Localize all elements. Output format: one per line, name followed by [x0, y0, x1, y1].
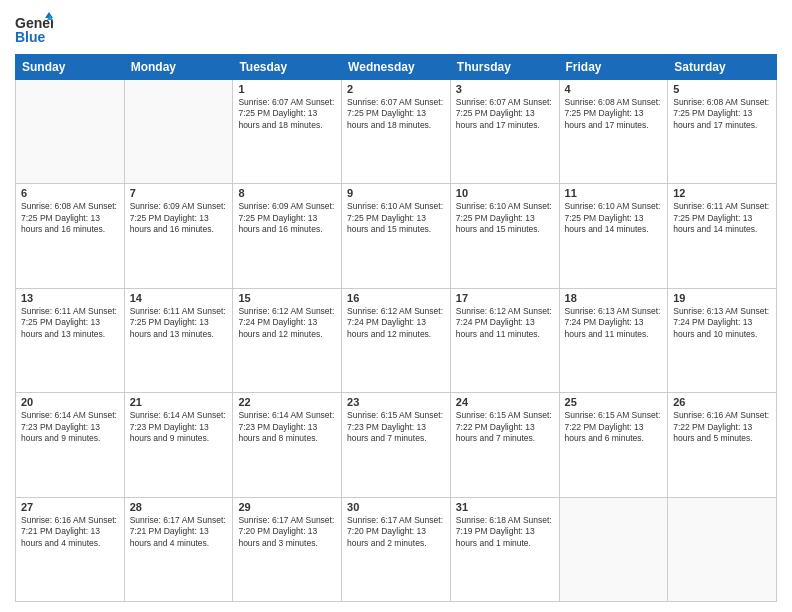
weekday-header-saturday: Saturday [668, 55, 777, 80]
calendar-cell: 16Sunrise: 6:12 AM Sunset: 7:24 PM Dayli… [342, 288, 451, 392]
day-number: 10 [456, 187, 554, 199]
svg-text:Blue: Blue [15, 29, 46, 45]
calendar-cell [559, 497, 668, 601]
day-info: Sunrise: 6:15 AM Sunset: 7:23 PM Dayligh… [347, 410, 445, 444]
calendar-cell: 13Sunrise: 6:11 AM Sunset: 7:25 PM Dayli… [16, 288, 125, 392]
weekday-header-friday: Friday [559, 55, 668, 80]
calendar-cell: 10Sunrise: 6:10 AM Sunset: 7:25 PM Dayli… [450, 184, 559, 288]
calendar-cell: 24Sunrise: 6:15 AM Sunset: 7:22 PM Dayli… [450, 393, 559, 497]
calendar-cell: 12Sunrise: 6:11 AM Sunset: 7:25 PM Dayli… [668, 184, 777, 288]
day-number: 11 [565, 187, 663, 199]
day-info: Sunrise: 6:07 AM Sunset: 7:25 PM Dayligh… [238, 97, 336, 131]
calendar-cell: 7Sunrise: 6:09 AM Sunset: 7:25 PM Daylig… [124, 184, 233, 288]
calendar-cell: 9Sunrise: 6:10 AM Sunset: 7:25 PM Daylig… [342, 184, 451, 288]
logo: General Blue [15, 10, 53, 48]
day-info: Sunrise: 6:13 AM Sunset: 7:24 PM Dayligh… [565, 306, 663, 340]
calendar-table: SundayMondayTuesdayWednesdayThursdayFrid… [15, 54, 777, 602]
day-number: 7 [130, 187, 228, 199]
day-number: 14 [130, 292, 228, 304]
calendar-cell: 3Sunrise: 6:07 AM Sunset: 7:25 PM Daylig… [450, 80, 559, 184]
header: General Blue [15, 10, 777, 48]
day-info: Sunrise: 6:09 AM Sunset: 7:25 PM Dayligh… [130, 201, 228, 235]
day-info: Sunrise: 6:13 AM Sunset: 7:24 PM Dayligh… [673, 306, 771, 340]
day-number: 21 [130, 396, 228, 408]
calendar-cell: 28Sunrise: 6:17 AM Sunset: 7:21 PM Dayli… [124, 497, 233, 601]
day-info: Sunrise: 6:18 AM Sunset: 7:19 PM Dayligh… [456, 515, 554, 549]
calendar-cell: 4Sunrise: 6:08 AM Sunset: 7:25 PM Daylig… [559, 80, 668, 184]
day-info: Sunrise: 6:10 AM Sunset: 7:25 PM Dayligh… [456, 201, 554, 235]
logo-icon: General Blue [15, 10, 53, 48]
calendar-cell: 17Sunrise: 6:12 AM Sunset: 7:24 PM Dayli… [450, 288, 559, 392]
week-row-2: 13Sunrise: 6:11 AM Sunset: 7:25 PM Dayli… [16, 288, 777, 392]
calendar-cell: 22Sunrise: 6:14 AM Sunset: 7:23 PM Dayli… [233, 393, 342, 497]
day-number: 2 [347, 83, 445, 95]
calendar-cell [668, 497, 777, 601]
calendar-cell: 11Sunrise: 6:10 AM Sunset: 7:25 PM Dayli… [559, 184, 668, 288]
day-number: 17 [456, 292, 554, 304]
day-info: Sunrise: 6:11 AM Sunset: 7:25 PM Dayligh… [21, 306, 119, 340]
week-row-1: 6Sunrise: 6:08 AM Sunset: 7:25 PM Daylig… [16, 184, 777, 288]
week-row-4: 27Sunrise: 6:16 AM Sunset: 7:21 PM Dayli… [16, 497, 777, 601]
calendar-cell: 18Sunrise: 6:13 AM Sunset: 7:24 PM Dayli… [559, 288, 668, 392]
day-number: 23 [347, 396, 445, 408]
day-number: 25 [565, 396, 663, 408]
day-number: 22 [238, 396, 336, 408]
day-number: 8 [238, 187, 336, 199]
day-info: Sunrise: 6:09 AM Sunset: 7:25 PM Dayligh… [238, 201, 336, 235]
calendar-cell: 23Sunrise: 6:15 AM Sunset: 7:23 PM Dayli… [342, 393, 451, 497]
day-number: 19 [673, 292, 771, 304]
calendar-cell: 31Sunrise: 6:18 AM Sunset: 7:19 PM Dayli… [450, 497, 559, 601]
day-info: Sunrise: 6:11 AM Sunset: 7:25 PM Dayligh… [673, 201, 771, 235]
weekday-header-thursday: Thursday [450, 55, 559, 80]
day-info: Sunrise: 6:14 AM Sunset: 7:23 PM Dayligh… [21, 410, 119, 444]
day-number: 12 [673, 187, 771, 199]
day-number: 6 [21, 187, 119, 199]
day-number: 13 [21, 292, 119, 304]
calendar-cell: 29Sunrise: 6:17 AM Sunset: 7:20 PM Dayli… [233, 497, 342, 601]
day-info: Sunrise: 6:14 AM Sunset: 7:23 PM Dayligh… [130, 410, 228, 444]
day-number: 4 [565, 83, 663, 95]
day-info: Sunrise: 6:10 AM Sunset: 7:25 PM Dayligh… [565, 201, 663, 235]
day-number: 18 [565, 292, 663, 304]
day-number: 28 [130, 501, 228, 513]
calendar-cell: 27Sunrise: 6:16 AM Sunset: 7:21 PM Dayli… [16, 497, 125, 601]
day-number: 5 [673, 83, 771, 95]
day-number: 1 [238, 83, 336, 95]
calendar-cell [124, 80, 233, 184]
day-number: 24 [456, 396, 554, 408]
day-info: Sunrise: 6:08 AM Sunset: 7:25 PM Dayligh… [565, 97, 663, 131]
calendar-cell: 25Sunrise: 6:15 AM Sunset: 7:22 PM Dayli… [559, 393, 668, 497]
day-info: Sunrise: 6:17 AM Sunset: 7:21 PM Dayligh… [130, 515, 228, 549]
day-number: 27 [21, 501, 119, 513]
week-row-3: 20Sunrise: 6:14 AM Sunset: 7:23 PM Dayli… [16, 393, 777, 497]
day-info: Sunrise: 6:07 AM Sunset: 7:25 PM Dayligh… [347, 97, 445, 131]
calendar-cell: 14Sunrise: 6:11 AM Sunset: 7:25 PM Dayli… [124, 288, 233, 392]
day-number: 30 [347, 501, 445, 513]
weekday-header-sunday: Sunday [16, 55, 125, 80]
calendar-cell: 2Sunrise: 6:07 AM Sunset: 7:25 PM Daylig… [342, 80, 451, 184]
calendar-cell: 26Sunrise: 6:16 AM Sunset: 7:22 PM Dayli… [668, 393, 777, 497]
day-info: Sunrise: 6:17 AM Sunset: 7:20 PM Dayligh… [347, 515, 445, 549]
calendar-cell [16, 80, 125, 184]
calendar-cell: 6Sunrise: 6:08 AM Sunset: 7:25 PM Daylig… [16, 184, 125, 288]
day-info: Sunrise: 6:16 AM Sunset: 7:22 PM Dayligh… [673, 410, 771, 444]
day-number: 29 [238, 501, 336, 513]
day-info: Sunrise: 6:07 AM Sunset: 7:25 PM Dayligh… [456, 97, 554, 131]
day-info: Sunrise: 6:15 AM Sunset: 7:22 PM Dayligh… [456, 410, 554, 444]
day-info: Sunrise: 6:12 AM Sunset: 7:24 PM Dayligh… [238, 306, 336, 340]
calendar-cell: 20Sunrise: 6:14 AM Sunset: 7:23 PM Dayli… [16, 393, 125, 497]
day-info: Sunrise: 6:15 AM Sunset: 7:22 PM Dayligh… [565, 410, 663, 444]
day-info: Sunrise: 6:11 AM Sunset: 7:25 PM Dayligh… [130, 306, 228, 340]
calendar-cell: 30Sunrise: 6:17 AM Sunset: 7:20 PM Dayli… [342, 497, 451, 601]
week-row-0: 1Sunrise: 6:07 AM Sunset: 7:25 PM Daylig… [16, 80, 777, 184]
weekday-header-monday: Monday [124, 55, 233, 80]
day-info: Sunrise: 6:14 AM Sunset: 7:23 PM Dayligh… [238, 410, 336, 444]
day-info: Sunrise: 6:12 AM Sunset: 7:24 PM Dayligh… [347, 306, 445, 340]
day-info: Sunrise: 6:16 AM Sunset: 7:21 PM Dayligh… [21, 515, 119, 549]
day-number: 26 [673, 396, 771, 408]
calendar-cell: 19Sunrise: 6:13 AM Sunset: 7:24 PM Dayli… [668, 288, 777, 392]
day-number: 31 [456, 501, 554, 513]
day-number: 15 [238, 292, 336, 304]
calendar-cell: 5Sunrise: 6:08 AM Sunset: 7:25 PM Daylig… [668, 80, 777, 184]
day-info: Sunrise: 6:17 AM Sunset: 7:20 PM Dayligh… [238, 515, 336, 549]
